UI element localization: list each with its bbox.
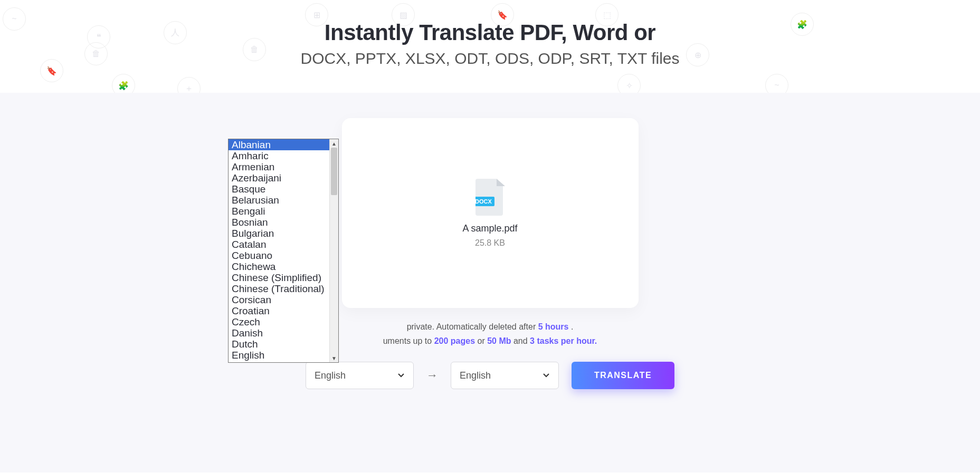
file-size: 25.8 KB [475, 238, 505, 248]
language-option[interactable]: Corsican [229, 294, 329, 305]
upload-card[interactable]: DOCX A sample.pdf 25.8 KB [342, 118, 639, 308]
language-listbox[interactable]: AlbanianAmharicArmenianAzerbaijaniBasque… [228, 139, 339, 363]
language-option[interactable]: Chichewa [229, 261, 329, 272]
language-option[interactable]: Armenian [229, 161, 329, 172]
page-subtitle: DOCX, PPTX, XLSX, ODT, ODS, ODP, SRT, TX… [0, 50, 980, 67]
file-name: A sample.pdf [462, 223, 517, 234]
source-language-select[interactable]: English [306, 362, 414, 389]
language-option[interactable]: Dutch [229, 339, 329, 350]
svg-text:DOCX: DOCX [475, 198, 492, 205]
language-option[interactable]: Cebuano [229, 250, 329, 261]
listbox-scrollbar[interactable]: ▲ ▼ [329, 139, 338, 362]
document-icon: DOCX [475, 179, 505, 216]
translate-button[interactable]: TRANSLATE [572, 362, 674, 389]
language-option[interactable]: Basque [229, 184, 329, 195]
language-option[interactable]: Czech [229, 316, 329, 327]
language-option[interactable]: Croatian [229, 305, 329, 316]
chevron-down-icon [543, 372, 550, 379]
source-language-value: English [315, 370, 346, 381]
scrollbar-thumb[interactable] [331, 148, 337, 195]
language-option[interactable]: Amharic [229, 150, 329, 161]
language-option[interactable]: Bulgarian [229, 228, 329, 239]
page-title: Instantly Translate PDF, Word or [0, 20, 980, 45]
file-preview: DOCX A sample.pdf 25.8 KB [462, 179, 517, 248]
chevron-down-icon [397, 372, 405, 379]
language-option[interactable]: Belarusian [229, 195, 329, 206]
privacy-note: private. Automatically deleted after 5 h… [0, 320, 980, 348]
language-option[interactable]: Bosnian [229, 217, 329, 228]
language-option[interactable]: Chinese (Traditional) [229, 283, 329, 294]
language-option[interactable]: Albanian [229, 139, 329, 150]
language-option[interactable]: Chinese (Simplified) [229, 272, 329, 283]
scroll-down-arrow[interactable]: ▼ [330, 354, 338, 362]
arrow-right-icon: → [426, 369, 438, 382]
language-option[interactable]: Azerbaijani [229, 172, 329, 184]
language-option[interactable]: Catalan [229, 239, 329, 250]
language-option[interactable]: Danish [229, 327, 329, 339]
target-language-value: English [460, 370, 491, 381]
language-option[interactable]: Bengali [229, 206, 329, 217]
scroll-up-arrow[interactable]: ▲ [330, 139, 338, 148]
target-language-select[interactable]: English [451, 362, 559, 389]
language-option[interactable]: English [229, 350, 329, 361]
